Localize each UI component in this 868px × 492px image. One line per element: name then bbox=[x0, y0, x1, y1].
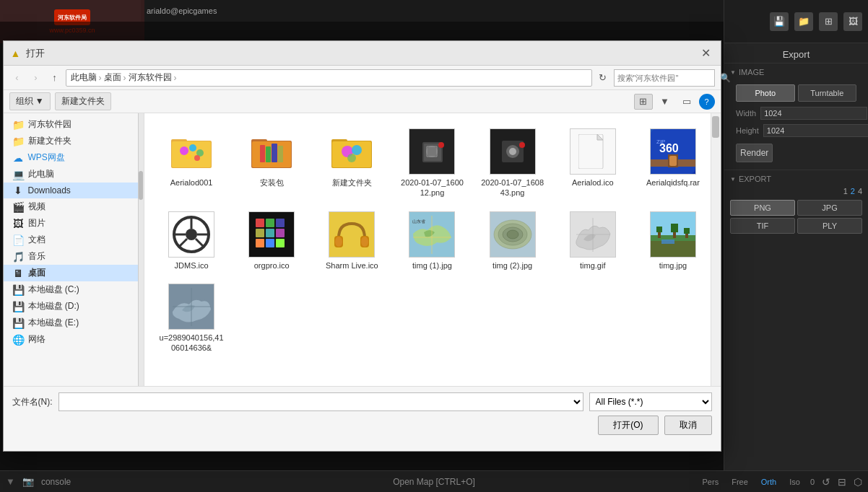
organize-button[interactable]: 组织 ▼ bbox=[9, 92, 51, 110]
iso-view-button[interactable]: Iso bbox=[786, 476, 803, 488]
sidebar-item-music[interactable]: 🎵 音乐 bbox=[4, 248, 144, 265]
svg-point-26 bbox=[438, 142, 444, 148]
turntable-button[interactable]: Turntable bbox=[798, 84, 857, 102]
file-item-aerialod001[interactable]: Aerialod001 bbox=[153, 122, 230, 202]
modal-overlay: ▲ 打开 ✕ ‹ › ↑ 此电脑 › 桌面 › 河东软件园 › ↻ 🔍 bbox=[0, 22, 724, 470]
file-dialog: ▲ 打开 ✕ ‹ › ↑ 此电脑 › 桌面 › 河东软件园 › ↻ 🔍 bbox=[3, 40, 721, 452]
sidebar-item-desktop[interactable]: 🖥 桌面 bbox=[4, 265, 144, 281]
render-button[interactable]: Render bbox=[736, 144, 773, 162]
breadcrumb: 此电脑 › 桌面 › 河东软件园 › bbox=[66, 69, 592, 87]
file-item-orgpro[interactable]: orgpro.ico bbox=[233, 205, 311, 274]
camera-icon[interactable]: 📷 bbox=[22, 476, 34, 487]
svg-rect-79 bbox=[656, 227, 662, 232]
back-button[interactable]: ‹ bbox=[9, 70, 25, 86]
cancel-button[interactable]: 取消 bbox=[664, 416, 712, 435]
save-icon-button[interactable]: 💾 bbox=[770, 12, 789, 31]
dialog-title-text: 打开 bbox=[26, 47, 693, 60]
ply-button[interactable]: PLY bbox=[797, 218, 862, 234]
sidebar-item-network[interactable]: 🌐 网络 bbox=[4, 331, 144, 348]
sidebar-item-drive-d[interactable]: 💾 本地磁盘 (D:) bbox=[4, 298, 144, 315]
cloud-icon: ☁ bbox=[12, 152, 24, 164]
svg-rect-11 bbox=[260, 145, 265, 162]
forward-button[interactable]: › bbox=[28, 70, 44, 86]
sidebar-item-drive-c[interactable]: 💾 本地磁盘 (C:) bbox=[4, 281, 144, 298]
sidebar-item-pictures[interactable]: 🖼 图片 bbox=[4, 215, 144, 232]
svg-rect-56 bbox=[256, 239, 264, 247]
cube-icon[interactable]: ⬡ bbox=[854, 476, 862, 488]
folder-icon-button[interactable]: 📁 bbox=[794, 12, 813, 31]
timgjpg-icon bbox=[650, 211, 696, 258]
file-item-img1[interactable]: 2020-01-07_160012.png bbox=[394, 122, 471, 202]
svg-rect-54 bbox=[266, 229, 274, 237]
pers-view-button[interactable]: Pers bbox=[700, 476, 722, 488]
grid-view-button[interactable]: ⊞ bbox=[634, 94, 653, 110]
png-button[interactable]: PNG bbox=[730, 200, 795, 216]
export-num-2[interactable]: 2 bbox=[851, 187, 855, 196]
open-button[interactable]: 打开(O) bbox=[598, 416, 658, 435]
svg-rect-83 bbox=[684, 228, 690, 234]
export-num-4[interactable]: 4 bbox=[858, 187, 862, 196]
file-item-sharm[interactable]: Sharm Live.ico bbox=[313, 205, 391, 274]
svg-rect-14 bbox=[278, 146, 283, 162]
orth-view-button[interactable]: Orth bbox=[758, 476, 779, 488]
status-right: Pers Free Orth Iso 0 ↺ ⊟ ⬡ bbox=[700, 476, 862, 488]
chevron-down-icon[interactable]: ▼ bbox=[6, 476, 15, 487]
svg-point-62 bbox=[335, 237, 342, 247]
image-icon-button[interactable]: 🖼 bbox=[843, 12, 862, 31]
folder-icon: 📁 bbox=[12, 119, 24, 131]
orgpro-icon bbox=[248, 211, 295, 258]
timg1-icon: 山东省 bbox=[409, 211, 455, 258]
up-button[interactable]: ↑ bbox=[47, 70, 63, 86]
file-item-aerialod-ico[interactable]: Aerialod.ico bbox=[554, 122, 631, 202]
svg-rect-85 bbox=[661, 240, 674, 244]
file-item-img2[interactable]: 2020-01-07_160843.png bbox=[474, 122, 551, 202]
file-item-timggif[interactable]: timg.gif bbox=[554, 205, 631, 274]
view-options-button[interactable]: ▼ bbox=[656, 94, 674, 110]
file-item-jdms[interactable]: JDMS.ico bbox=[153, 205, 230, 274]
file-item-newdir[interactable]: 新建文件夹 bbox=[313, 122, 391, 202]
file-item-rar[interactable]: 360 ZIP Aerialqidsfq.rar bbox=[634, 122, 711, 202]
sidebar-item-wps[interactable]: ☁ WPS网盘 bbox=[4, 149, 144, 166]
file-item-timg1[interactable]: 山东省 timg (1).jpg bbox=[394, 205, 471, 274]
rar-icon: 360 ZIP bbox=[650, 128, 696, 175]
sidebar-item-drive-e[interactable]: 💾 本地磁盘 (E:) bbox=[4, 315, 144, 331]
jpg-button[interactable]: JPG bbox=[797, 200, 862, 216]
preview-button[interactable]: ▭ bbox=[677, 94, 696, 110]
filetype-select[interactable]: All Files (*.*) bbox=[589, 392, 712, 411]
sidebar-scrollbar[interactable] bbox=[138, 113, 144, 386]
tif-button[interactable]: TIF bbox=[730, 218, 795, 234]
file-area-scrollbar[interactable] bbox=[711, 113, 721, 386]
sidebar-item-downloads[interactable]: ⬇ Downloads bbox=[4, 183, 144, 198]
export-nums: 1 2 4 bbox=[724, 185, 868, 197]
file-item-uimg[interactable]: u=2989040156,4106014636& bbox=[153, 277, 230, 357]
sidebar-item-video[interactable]: 🎬 视频 bbox=[4, 198, 144, 215]
new-folder-button[interactable]: 新建文件夹 bbox=[55, 92, 111, 110]
filename-input[interactable] bbox=[58, 392, 583, 411]
dialog-close-button[interactable]: ✕ bbox=[699, 46, 713, 61]
height-label: Height bbox=[736, 126, 759, 135]
refresh-button[interactable]: ↻ bbox=[595, 70, 611, 86]
export-num-1[interactable]: 1 bbox=[843, 187, 848, 196]
sidebar-item-documents[interactable]: 📄 文档 bbox=[4, 232, 144, 248]
free-view-button[interactable]: Free bbox=[729, 476, 751, 488]
status-center-text: Open Map [CTRL+O] bbox=[393, 477, 475, 487]
help-button[interactable]: ? bbox=[699, 94, 715, 110]
search-input[interactable] bbox=[617, 74, 717, 82]
sidebar-item-hedong-folder[interactable]: 📁 河东软件园 bbox=[4, 116, 144, 133]
height-input[interactable] bbox=[763, 124, 868, 137]
svg-point-43 bbox=[186, 229, 197, 240]
file-name-timgjpg: timg.jpg bbox=[659, 260, 687, 271]
dialog-title-icon: ▲ bbox=[11, 48, 21, 59]
svg-text:山东省: 山东省 bbox=[412, 219, 425, 224]
width-input[interactable] bbox=[760, 107, 867, 120]
file-item-timg2[interactable]: timg (2).jpg bbox=[474, 205, 551, 274]
grid-icon[interactable]: ⊟ bbox=[838, 476, 846, 488]
photo-button[interactable]: Photo bbox=[736, 84, 795, 102]
file-item-anzhuangbao[interactable]: 安装包 bbox=[233, 122, 311, 202]
sidebar-item-new-folder[interactable]: 📁 新建文件夹 bbox=[4, 133, 144, 149]
layout-icon-button[interactable]: ⊞ bbox=[819, 12, 838, 31]
svg-rect-59 bbox=[330, 213, 373, 256]
file-item-timgjpg[interactable]: timg.jpg bbox=[634, 205, 711, 274]
sidebar-item-computer[interactable]: 💻 此电脑 bbox=[4, 166, 144, 183]
reset-icon[interactable]: ↺ bbox=[822, 476, 830, 488]
